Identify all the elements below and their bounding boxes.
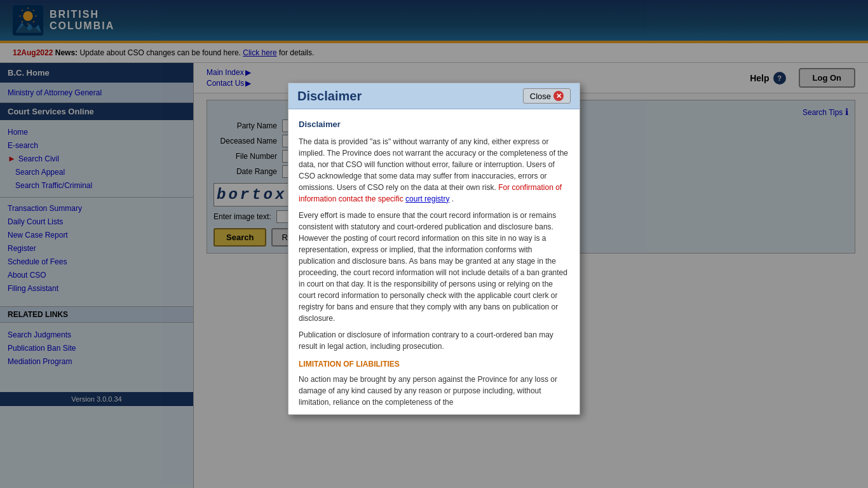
modal-title: Disclaimer bbox=[297, 89, 362, 104]
modal-para1: The data is provided "as is" without war… bbox=[299, 136, 569, 205]
modal-limitation-heading: LIMITATION OF LIABILITIES bbox=[299, 358, 569, 370]
modal-close-button[interactable]: Close ✕ bbox=[523, 88, 571, 104]
modal-para2: Every effort is made to ensure that the … bbox=[299, 210, 569, 324]
close-x-icon: ✕ bbox=[553, 91, 564, 101]
court-registry-link[interactable]: court registry bbox=[405, 194, 449, 203]
modal-para4: No action may be brought by any person a… bbox=[299, 374, 569, 408]
modal-disclaimer-heading: Disclaimer bbox=[299, 118, 569, 131]
modal-body: Disclaimer The data is provided "as is" … bbox=[288, 109, 580, 414]
close-label: Close bbox=[530, 92, 551, 101]
disclaimer-modal: Disclaimer Close ✕ Disclaimer The data i… bbox=[288, 83, 580, 415]
modal-para3: Publication or disclosure of information… bbox=[299, 329, 569, 352]
modal-overlay: Disclaimer Close ✕ Disclaimer The data i… bbox=[0, 0, 868, 488]
modal-header: Disclaimer Close ✕ bbox=[288, 83, 580, 109]
